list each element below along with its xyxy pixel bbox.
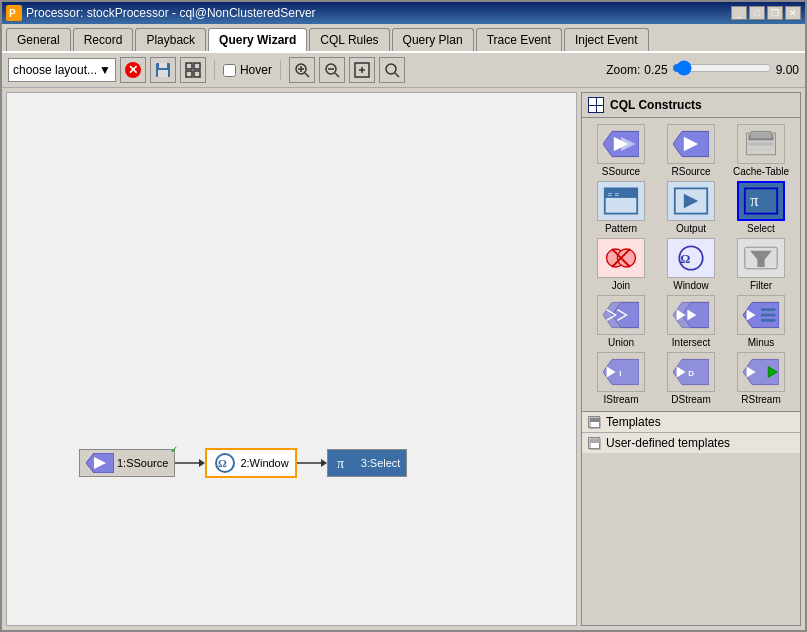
hover-checkbox-group: Hover (223, 63, 272, 77)
user-defined-templates-row[interactable]: User-defined templates (582, 433, 800, 453)
layout-dropdown[interactable]: choose layout... ▼ (8, 58, 116, 82)
cql-header: CQL Constructs (582, 93, 800, 118)
svg-rect-9 (186, 71, 192, 77)
node-select[interactable]: π 3:Select (327, 449, 408, 477)
search-button[interactable] (379, 57, 405, 83)
tab-record[interactable]: Record (73, 28, 134, 51)
ssource-icon (86, 453, 114, 473)
svg-text:Ω: Ω (218, 457, 227, 469)
hover-label: Hover (240, 63, 272, 77)
main-content: ✓ 1:SSource Ω (2, 88, 805, 630)
select-label: 3:Select (361, 457, 401, 469)
hover-checkbox[interactable] (223, 64, 236, 77)
select-node-icon: π (334, 453, 358, 473)
istream-construct-label: IStream (603, 394, 638, 405)
main-window: P Processor: stockProcessor - cql@NonClu… (0, 0, 807, 632)
templates-label: Templates (606, 415, 661, 429)
filter-construct-label: Filter (750, 280, 772, 291)
tab-bar: General Record Playback Query Wizard CQL… (2, 24, 805, 53)
construct-istream[interactable]: I IStream (588, 352, 654, 405)
svg-point-21 (386, 64, 396, 74)
separator-1 (214, 60, 215, 80)
construct-select[interactable]: π Select (728, 181, 794, 234)
tab-query-wizard[interactable]: Query Wizard (208, 28, 307, 51)
arrow-1-2 (175, 453, 205, 473)
right-panel: CQL Constructs SSource (581, 92, 801, 626)
construct-join[interactable]: Join (588, 238, 654, 291)
svg-text:P: P (9, 8, 16, 19)
zoom-area: Zoom: 0.25 9.00 (606, 60, 799, 80)
tab-cql-rules[interactable]: CQL Rules (309, 28, 389, 51)
construct-rstream[interactable]: RStream (728, 352, 794, 405)
svg-text:π: π (337, 456, 344, 471)
templates-row[interactable]: Templates (582, 412, 800, 433)
svg-rect-8 (194, 63, 200, 69)
output-construct-label: Output (676, 223, 706, 234)
save-button[interactable] (150, 57, 176, 83)
zoom-min-value: 0.25 (644, 63, 667, 77)
ssource-check-icon: ✓ (170, 444, 178, 455)
window-label: 2:Window (240, 457, 288, 469)
zoom-label: Zoom: (606, 63, 640, 77)
construct-dstream[interactable]: D DStream (658, 352, 724, 405)
zoom-slider[interactable] (672, 60, 772, 76)
title-bar: P Processor: stockProcessor - cql@NonClu… (2, 2, 805, 24)
svg-rect-79 (590, 418, 600, 422)
construct-intersect[interactable]: Intersect (658, 295, 724, 348)
construct-output[interactable]: Output (658, 181, 724, 234)
tab-general[interactable]: General (6, 28, 71, 51)
bottom-panel: Templates User-defined templates (582, 411, 800, 453)
minimize-button[interactable]: _ (731, 6, 747, 20)
templates-icon (588, 416, 600, 428)
pattern-construct-label: Pattern (605, 223, 637, 234)
svg-line-22 (395, 73, 399, 77)
svg-text:D: D (688, 369, 694, 378)
construct-minus[interactable]: Minus (728, 295, 794, 348)
construct-rsource[interactable]: RSource (658, 124, 724, 177)
svg-line-12 (305, 73, 309, 77)
close-button[interactable]: ✕ (785, 6, 801, 20)
zoom-max-value: 9.00 (776, 63, 799, 77)
tab-trace-event[interactable]: Trace Event (476, 28, 562, 51)
svg-rect-41 (750, 131, 772, 138)
tab-query-plan[interactable]: Query Plan (392, 28, 474, 51)
rstream-construct-label: RStream (741, 394, 780, 405)
delete-button[interactable]: ✕ (120, 57, 146, 83)
ssource-construct-label: SSource (602, 166, 640, 177)
minus-construct-label: Minus (748, 337, 775, 348)
svg-text:π: π (750, 192, 758, 210)
separator-2 (280, 60, 281, 80)
construct-ssource[interactable]: SSource (588, 124, 654, 177)
construct-cache-table[interactable]: Cache-Table (728, 124, 794, 177)
construct-pattern[interactable]: = = Pattern (588, 181, 654, 234)
construct-window[interactable]: Ω Window (658, 238, 724, 291)
cql-grid-icon (588, 97, 604, 113)
canvas-area[interactable]: ✓ 1:SSource Ω (6, 92, 577, 626)
node-ssource[interactable]: ✓ 1:SSource Ω (79, 448, 407, 478)
restore-button[interactable]: ❐ (767, 6, 783, 20)
union-construct-label: Union (608, 337, 634, 348)
svg-text:= =: = = (608, 190, 620, 199)
construct-filter[interactable]: Filter (728, 238, 794, 291)
rsource-construct-label: RSource (672, 166, 711, 177)
join-construct-label: Join (612, 280, 630, 291)
tab-inject-event[interactable]: Inject Event (564, 28, 649, 51)
construct-union[interactable]: Union (588, 295, 654, 348)
svg-rect-39 (748, 142, 773, 146)
zoom-in-button[interactable] (289, 57, 315, 83)
node-window[interactable]: Ω 2:Window (205, 448, 296, 478)
tab-playback[interactable]: Playback (135, 28, 206, 51)
user-defined-icon (588, 437, 600, 449)
fit-button[interactable] (349, 57, 375, 83)
svg-text:✕: ✕ (128, 63, 138, 77)
svg-rect-7 (186, 63, 192, 69)
window-controls: _ □ ❐ ✕ (731, 6, 801, 20)
grid-button[interactable] (180, 57, 206, 83)
ssource-label: 1:SSource (117, 457, 168, 469)
maximize-button[interactable]: □ (749, 6, 765, 20)
app-icon: P (6, 5, 22, 21)
svg-text:Ω: Ω (680, 252, 690, 266)
window-icon: Ω (213, 453, 237, 473)
zoom-out-button[interactable] (319, 57, 345, 83)
cql-title: CQL Constructs (610, 98, 702, 112)
